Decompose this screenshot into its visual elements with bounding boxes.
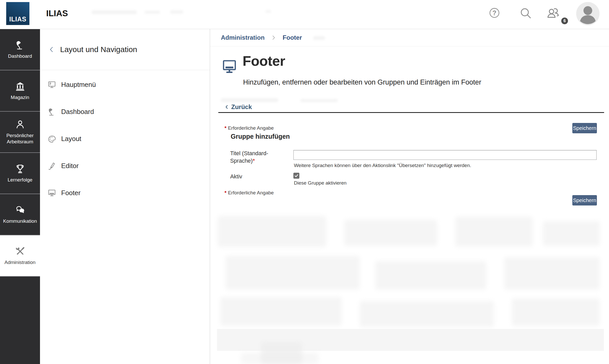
back-link[interactable]: Zurück xyxy=(225,103,252,111)
page-description: Hinzufügen, entfernen oder bearbeiten vo… xyxy=(243,78,481,86)
panel-item-hauptmenu[interactable]: Hauptmenü xyxy=(40,71,210,98)
aktiv-field-label: Aktiv xyxy=(230,173,242,180)
footer-page-icon xyxy=(221,59,237,75)
panel-item-label: Footer xyxy=(61,189,81,197)
form-section-title: Gruppe hinzufügen xyxy=(231,133,290,140)
required-note: *Erforderliche Angabe xyxy=(225,190,274,196)
breadcrumb: Administration Footer xyxy=(210,29,609,46)
app-title: ILIAS xyxy=(46,9,68,18)
sidebar-item-magazin[interactable]: Magazin xyxy=(0,70,40,112)
save-button-top[interactable]: Speichern xyxy=(572,123,597,133)
breadcrumb-administration[interactable]: Administration xyxy=(221,34,265,41)
palette-icon xyxy=(47,134,57,144)
panel-item-dashboard[interactable]: Dashboard xyxy=(40,98,210,125)
redacted-region xyxy=(265,10,271,13)
save-button-bottom[interactable]: Speichern xyxy=(572,195,597,205)
required-asterisk: * xyxy=(253,158,255,164)
sidebar-item-label: Magazin xyxy=(10,94,30,101)
required-asterisk: * xyxy=(225,190,226,195)
chat-icon xyxy=(15,205,26,216)
toolbar-divider xyxy=(218,112,604,113)
panel-item-editor[interactable]: Editor xyxy=(40,152,210,179)
sidebar-item-label: Dashboard xyxy=(7,53,33,59)
required-note-label: Erforderliche Angabe xyxy=(228,190,274,195)
panel-item-footer[interactable]: Footer xyxy=(40,179,210,206)
redacted-region xyxy=(300,99,338,102)
tools-icon xyxy=(15,246,26,257)
title-input[interactable] xyxy=(293,150,597,160)
sidebar-item-persoenlicher-arbeitsraum[interactable]: Persönlicher Arbeitsraum xyxy=(0,112,40,153)
layout-navigation-panel: Layout und Navigation Hauptmenü xyxy=(40,29,210,364)
redacted-region xyxy=(221,98,278,102)
sidebar-item-lernerfolge[interactable]: Lernerfolge xyxy=(0,153,40,194)
lamp-icon xyxy=(15,40,26,51)
contacts-icon[interactable] xyxy=(546,6,561,21)
sidebar-item-label: Administration xyxy=(3,259,36,266)
panel-item-label: Dashboard xyxy=(61,108,94,116)
ilias-logo-text: ILIAS xyxy=(9,15,26,25)
redacted-region xyxy=(170,10,183,14)
lamp-icon xyxy=(47,107,57,117)
notification-badge[interactable]: 6 xyxy=(561,17,568,25)
title-field-label-line2: Sprache)* xyxy=(230,157,268,165)
sidebar-item-label: Kommunikation xyxy=(2,218,38,224)
chevron-left-icon xyxy=(225,104,229,110)
aktiv-field-help: Diese Gruppe aktivieren xyxy=(294,180,347,186)
main-content: Administration Footer Footer Hinzufügen,… xyxy=(210,29,609,364)
redacted-region xyxy=(145,11,160,14)
person-icon xyxy=(15,119,26,130)
panel-items: Hauptmenü Dashboard xyxy=(40,70,210,206)
avatar[interactable] xyxy=(576,2,599,25)
panel-item-label: Editor xyxy=(61,162,79,170)
aktiv-checkbox[interactable] xyxy=(293,173,299,179)
search-icon[interactable] xyxy=(519,7,532,20)
back-link-label: Zurück xyxy=(231,103,252,111)
page-title: Footer xyxy=(243,53,285,69)
required-note-label: Erforderliche Angabe xyxy=(228,125,274,131)
title-field-label-line1: Titel (Standard- xyxy=(230,150,268,157)
panel-title: Layout und Navigation xyxy=(60,45,137,54)
redacted-region xyxy=(313,36,325,40)
breadcrumb-footer: Footer xyxy=(283,34,302,41)
required-asterisk: * xyxy=(225,125,226,131)
sidebar-item-dashboard[interactable]: Dashboard xyxy=(0,29,40,70)
redacted-region xyxy=(92,10,137,14)
help-glyph: ? xyxy=(489,7,500,19)
pen-icon xyxy=(47,161,57,171)
title-field-help: Weitere Sprachen können über den Aktions… xyxy=(294,163,471,168)
panel-item-layout[interactable]: Layout xyxy=(40,125,210,152)
panel-item-label: Hauptmenü xyxy=(61,81,96,89)
sidebar-item-administration[interactable]: Administration xyxy=(0,235,40,277)
panel-header: Layout und Navigation xyxy=(40,29,210,70)
chevron-right-icon xyxy=(271,35,276,40)
top-bar: ILIAS ILIAS ? 6 xyxy=(0,0,609,29)
footer-icon xyxy=(47,188,57,198)
main-menu-icon xyxy=(47,80,57,89)
bank-icon xyxy=(15,81,26,92)
trophy-icon xyxy=(15,163,26,174)
required-note: *Erforderliche Angabe xyxy=(225,125,274,131)
panel-item-label: Layout xyxy=(61,135,81,143)
sidebar-item-label: Persönlicher Arbeitsraum xyxy=(0,133,40,145)
sidebar-item-kommunikation[interactable]: Kommunikation xyxy=(0,194,40,235)
chevron-left-icon[interactable] xyxy=(48,46,55,53)
ilias-logo[interactable]: ILIAS xyxy=(6,2,29,25)
help-icon[interactable]: ? xyxy=(489,7,500,19)
sidebar-item-label: Lernerfolge xyxy=(6,177,33,183)
title-field-label: Titel (Standard- Sprache)* xyxy=(230,150,268,165)
ilias-admin-screen: ILIAS ILIAS ? 6 xyxy=(0,0,609,364)
main-sidebar: Dashboard Magazin Persönlicher Arbeitsra… xyxy=(0,29,40,364)
